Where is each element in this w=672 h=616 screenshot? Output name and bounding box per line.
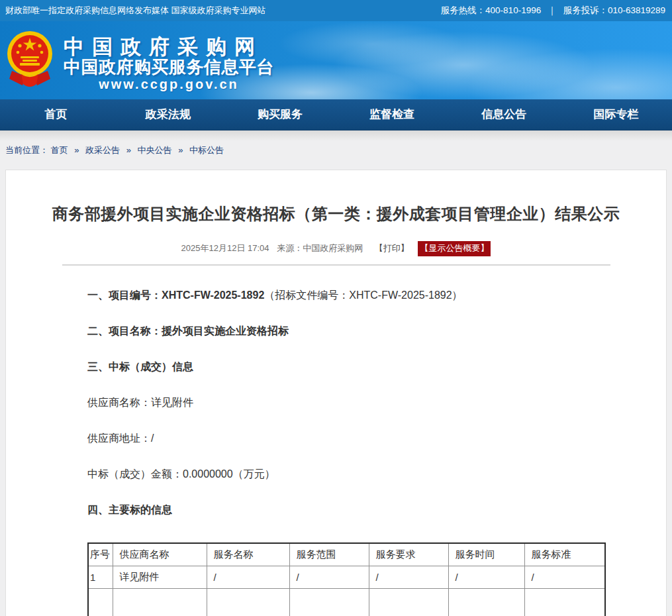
nav-item-regulations[interactable]: 政采法规: [112, 99, 224, 130]
col-header-service-requirement: 服务要求: [369, 543, 448, 566]
national-emblem-icon: [5, 30, 54, 91]
breadcrumb-home[interactable]: 首页: [51, 145, 68, 155]
cell-service-scope: /: [289, 566, 369, 589]
topbar-slogan: 财政部唯一指定政府采购信息网络发布媒体 国家级政府采购专业网站: [5, 5, 266, 17]
paragraph-project-name: 二、项目名称：援外项目实施企业资格招标: [87, 325, 666, 337]
publish-date: 2025年12月12日 17:04: [181, 243, 269, 253]
cell-service-name: [207, 589, 289, 616]
article-container: 商务部援外项目实施企业资格招标（第一类：援外成套项目管理企业）结果公示 2025…: [5, 170, 667, 616]
table-row-empty: [88, 589, 605, 616]
topbar-contacts: 服务热线：400-810-1996 ｜ 服务投诉：010-63819289: [441, 5, 665, 17]
paragraph-award-amount: 中标（成交）金额：0.0000000（万元）: [87, 468, 666, 480]
col-header-seq: 序号: [88, 543, 113, 566]
service-hotline: 服务热线：400-810-1996: [441, 5, 542, 17]
meta-divider: [62, 264, 610, 266]
cell-supplier: [113, 589, 207, 616]
paragraph-supplier-name: 供应商名称：详见附件: [87, 397, 666, 409]
paragraph-project-number: 一、项目编号：XHTC-FW-2025-1892（招标文件编号：XHTC-FW-…: [87, 289, 666, 301]
site-logo[interactable]: 中国政府采购网 中国政府购买服务信息平台 www.ccgp.gov.cn: [5, 28, 274, 92]
breadcrumb-separator: »: [74, 145, 79, 155]
nav-item-international[interactable]: 国际专栏: [560, 99, 672, 130]
cell-service-scope: [289, 589, 369, 616]
cell-seq: [88, 589, 113, 616]
col-header-service-name: 服务名称: [207, 543, 289, 566]
cell-service-time: [448, 589, 524, 616]
col-header-service-scope: 服务范围: [289, 543, 369, 566]
show-summary-button[interactable]: 【显示公告概要】: [418, 241, 491, 256]
breadcrumb-label: 当前位置：: [5, 145, 48, 155]
col-header-service-time: 服务时间: [448, 543, 524, 566]
col-header-service-standard: 服务标准: [524, 543, 605, 566]
cell-service-standard: [524, 589, 605, 616]
paragraph-main-subject-heading: 四、主要标的信息: [87, 504, 666, 516]
service-complaint: 服务投诉：010-63819289: [563, 5, 665, 17]
page-title: 商务部援外项目实施企业资格招标（第一类：援外成套项目管理企业）结果公示: [6, 170, 666, 225]
paragraph-supplier-address: 供应商地址：/: [87, 433, 666, 444]
breadcrumb-award-notices[interactable]: 中标公告: [189, 145, 224, 155]
cell-seq: 1: [88, 566, 113, 589]
cell-service-time: /: [448, 566, 524, 589]
cell-service-requirement: [369, 589, 448, 616]
nav-item-announcements[interactable]: 信息公告: [448, 99, 560, 130]
breadcrumb-central-notices[interactable]: 中央公告: [138, 145, 172, 155]
breadcrumb-separator: »: [126, 145, 131, 155]
topbar: 财政部唯一指定政府采购信息网络发布媒体 国家级政府采购专业网站 服务热线：400…: [0, 0, 672, 21]
cell-service-requirement: /: [369, 566, 448, 589]
site-title-block: 中国政府采购网 中国政府购买服务信息平台 www.ccgp.gov.cn: [64, 28, 274, 92]
breadcrumb-procurement-notices[interactable]: 政采公告: [85, 145, 120, 155]
nav-item-home[interactable]: 首页: [0, 99, 112, 130]
article-meta: 2025年12月12日 17:04 来源：中国政府采购网 【打印】 【显示公告概…: [6, 241, 666, 256]
col-header-supplier: 供应商名称: [113, 543, 207, 566]
site-banner: 中国政府采购网 中国政府购买服务信息平台 www.ccgp.gov.cn: [0, 21, 672, 99]
table-header-row: 序号 供应商名称 服务名称 服务范围 服务要求 服务时间 服务标准: [88, 543, 605, 566]
main-subject-table: 序号 供应商名称 服务名称 服务范围 服务要求 服务时间 服务标准 1 详见附件…: [87, 542, 606, 616]
nav-item-supervision[interactable]: 监督检查: [336, 99, 448, 130]
cell-service-standard: /: [524, 566, 605, 589]
site-url: www.ccgp.gov.cn: [64, 77, 274, 92]
article-source: 来源：中国政府采购网: [277, 243, 363, 253]
print-button[interactable]: 【打印】: [375, 243, 409, 253]
table-row: 1 详见附件 / / / / /: [88, 566, 605, 589]
site-subtitle: 中国政府购买服务信息平台: [64, 58, 274, 77]
cell-service-name: /: [207, 566, 289, 589]
paragraph-award-info-heading: 三、中标（成交）信息: [87, 361, 666, 373]
main-nav: 首页 政采法规 购买服务 监督检查 信息公告 国际专栏: [0, 99, 672, 130]
breadcrumb-separator: »: [178, 145, 183, 155]
topbar-separator: ｜: [548, 5, 556, 17]
breadcrumb: 当前位置： 首页 » 政采公告 » 中央公告 » 中标公告: [0, 130, 672, 170]
site-name: 中国政府采购网: [64, 36, 274, 58]
nav-item-purchase-services[interactable]: 购买服务: [224, 99, 336, 130]
cell-supplier: 详见附件: [113, 566, 207, 589]
